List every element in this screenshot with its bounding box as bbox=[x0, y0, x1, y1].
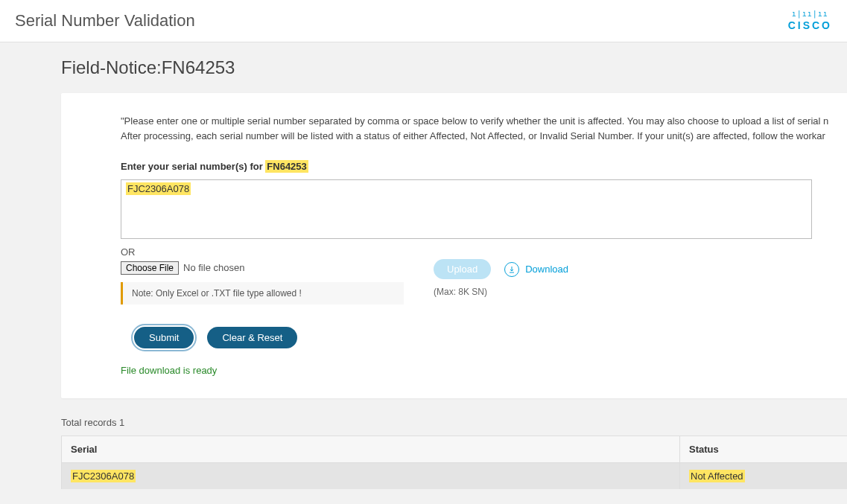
serial-cell-value: FJC2306A078 bbox=[71, 470, 136, 482]
file-upload-row: Choose FileNo file chosen Note: Only Exc… bbox=[121, 261, 791, 304]
file-note: Note: Only Excel or .TXT file type allow… bbox=[121, 282, 404, 304]
cell-status: Not Affected bbox=[680, 463, 848, 490]
enter-serial-label: Enter your serial number(s) for FN64253 bbox=[121, 161, 791, 172]
enter-label-fn: FN64253 bbox=[265, 160, 308, 173]
form-card: "Please enter one or multiple serial num… bbox=[61, 93, 847, 398]
download-label: Download bbox=[525, 264, 568, 275]
file-area: Choose FileNo file chosen Note: Only Exc… bbox=[121, 261, 404, 304]
choose-file-button[interactable]: Choose File bbox=[121, 261, 179, 275]
intro-line1: "Please enter one or multiple serial num… bbox=[121, 115, 828, 127]
intro-line2: After processing, each serial number wil… bbox=[121, 130, 825, 141]
cisco-logo: ı|ıı|ıı CISCO bbox=[788, 10, 832, 31]
download-icon bbox=[504, 262, 519, 277]
page-title: Serial Number Validation bbox=[15, 11, 195, 31]
max-label: (Max: 8K SN) bbox=[434, 287, 568, 297]
results-table: Serial Status FJC2306A078 Not Affected bbox=[61, 436, 847, 489]
table-header-row: Serial Status bbox=[62, 436, 848, 463]
or-label: OR bbox=[121, 246, 791, 258]
content: Field-Notice:FN64253 "Please enter one o… bbox=[0, 42, 847, 489]
total-records: Total records 1 bbox=[61, 417, 847, 428]
serial-input[interactable]: FJC2306A078 bbox=[121, 179, 812, 239]
table-row: FJC2306A078 Not Affected bbox=[62, 463, 848, 490]
results-table-wrap: Serial Status FJC2306A078 Not Affected bbox=[61, 436, 847, 489]
th-serial: Serial bbox=[62, 436, 680, 463]
upload-section: Upload Download (Max: 8K SN) bbox=[434, 261, 568, 297]
download-ready-text: File download is ready bbox=[121, 365, 791, 376]
intro-text: "Please enter one or multiple serial num… bbox=[121, 114, 791, 143]
total-count: 1 bbox=[119, 417, 124, 428]
th-status: Status bbox=[680, 436, 848, 463]
cisco-logo-bars: ı|ıı|ıı bbox=[788, 10, 832, 18]
cell-serial: FJC2306A078 bbox=[62, 463, 680, 490]
field-notice-title: Field-Notice:FN64253 bbox=[61, 57, 847, 78]
serial-value: FJC2306A078 bbox=[126, 182, 191, 195]
upload-button[interactable]: Upload bbox=[434, 259, 491, 279]
button-row: Submit Clear & Reset bbox=[121, 327, 791, 348]
status-cell-value: Not Affected bbox=[689, 470, 745, 482]
download-link[interactable]: Download bbox=[504, 262, 568, 277]
total-label: Total records bbox=[61, 417, 119, 428]
submit-button[interactable]: Submit bbox=[134, 327, 194, 348]
no-file-label: No file chosen bbox=[183, 262, 244, 273]
clear-reset-button[interactable]: Clear & Reset bbox=[207, 327, 297, 348]
enter-label-prefix: Enter your serial number(s) for bbox=[121, 161, 265, 172]
upload-area: Upload Download bbox=[434, 259, 568, 279]
cisco-logo-text: CISCO bbox=[788, 19, 832, 31]
page-header: Serial Number Validation ı|ıı|ıı CISCO bbox=[0, 0, 847, 42]
